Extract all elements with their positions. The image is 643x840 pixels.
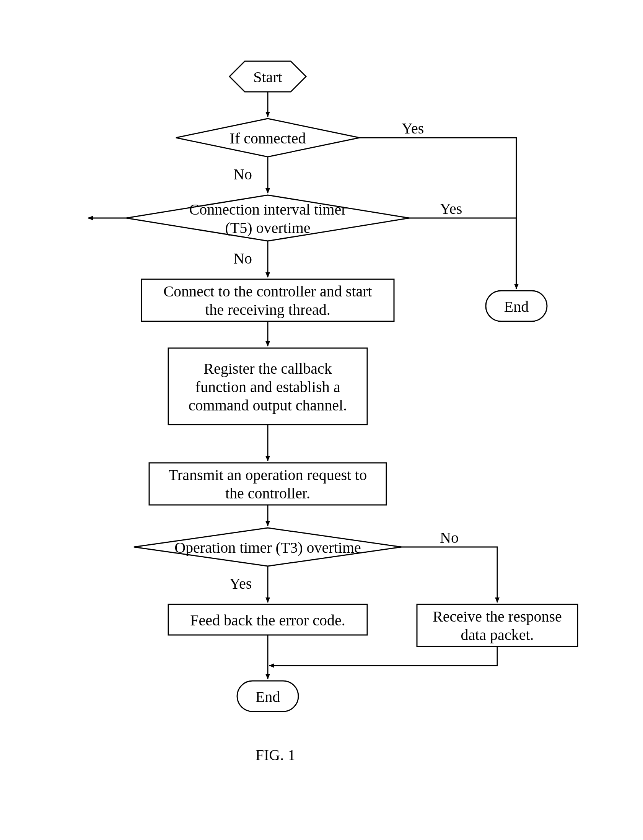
feedback-node: Feed back the error code. — [168, 611, 367, 630]
label-no-2: No — [233, 250, 252, 267]
figure-caption: FIG. 1 — [245, 746, 306, 764]
receive-node: Receive the response data packet. — [417, 607, 578, 644]
transmit-node: Transmit an operation request to the con… — [149, 466, 386, 502]
label-no-1: No — [233, 165, 252, 183]
t5-node: Connection interval timer (T5) overtime — [145, 201, 390, 237]
label-yes-2: Yes — [440, 200, 462, 218]
label-yes-1: Yes — [401, 119, 424, 137]
flowchart-svg — [0, 0, 643, 840]
label-no-3: No — [440, 528, 459, 546]
register-node: Register the callback function and estab… — [168, 360, 367, 415]
connect-node: Connect to the controller and start the … — [142, 282, 394, 319]
end2-node: End — [237, 688, 299, 706]
start-node: Start — [230, 68, 306, 86]
end1-node: End — [486, 298, 547, 316]
flowchart-canvas: Start If connected Connection interval t… — [0, 0, 643, 840]
label-yes-3: Yes — [230, 574, 252, 592]
t3-node: Operation timer (T3) overtime — [153, 538, 382, 557]
if-connected-node: If connected — [207, 129, 329, 148]
